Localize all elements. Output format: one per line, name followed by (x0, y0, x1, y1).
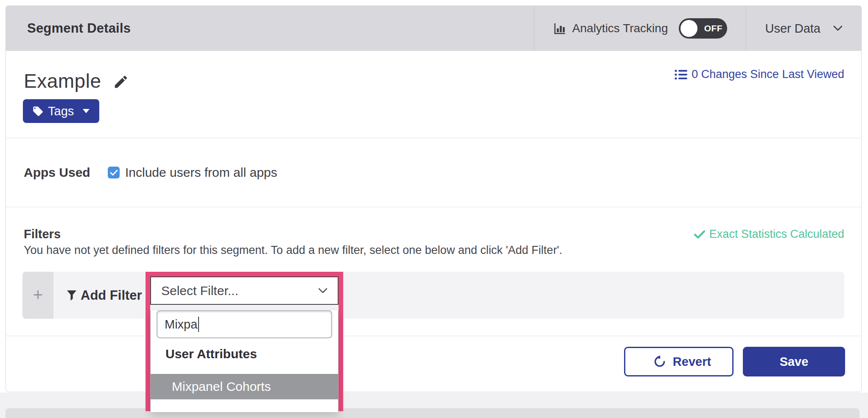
list-icon (675, 69, 687, 80)
dropdown-option-mixpanel-cohorts[interactable]: Mixpanel Cohorts (151, 374, 338, 399)
undo-icon (653, 355, 666, 368)
save-button[interactable]: Save (743, 347, 845, 376)
revert-button-label: Revert (673, 355, 711, 369)
include-all-apps-label: Include users from all apps (125, 165, 277, 180)
add-filter-plus-button[interactable]: + (22, 272, 53, 319)
toggle-state-label: OFF (701, 18, 725, 39)
changes-link-label: 0 Changes Since Last Viewed (692, 68, 844, 81)
filter-dropdown-panel: Mixpa User Attributes Mixpanel Cohorts (150, 310, 339, 412)
segment-details-page: Segment Details Analytics Tracking (0, 0, 868, 418)
filters-section-label: Filters (24, 227, 61, 241)
dropdown-group-header: User Attributes (151, 347, 338, 361)
segment-name: Example (24, 70, 101, 92)
revert-button[interactable]: Revert (624, 347, 734, 376)
annotation-highlight-box: Select Filter... Mixpa User Attributes M… (146, 272, 343, 411)
next-section-header-edge (6, 408, 860, 418)
section-divider (6, 138, 861, 138)
filter-select[interactable]: Select Filter... (150, 276, 339, 305)
add-filter-label: Add Filter (81, 288, 142, 303)
filters-empty-message: You have not yet defined filters for thi… (24, 244, 563, 257)
filter-funnel-icon (67, 290, 77, 301)
analytics-tracking-label: Analytics Tracking (572, 22, 668, 35)
chevron-down-icon (833, 25, 843, 31)
user-data-menu[interactable]: User Data (746, 6, 861, 51)
apps-used-row: Apps Used Include users from all apps (24, 165, 277, 180)
text-cursor (198, 317, 199, 332)
page-title: Segment Details (27, 21, 131, 36)
edit-pencil-icon[interactable] (113, 74, 129, 90)
exact-statistics-status: Exact Statistics Calculated (694, 228, 844, 241)
changes-since-last-viewed-link[interactable]: 0 Changes Since Last Viewed (675, 68, 844, 81)
chevron-down-icon (318, 288, 328, 293)
tags-button[interactable]: Tags (23, 99, 99, 123)
check-icon (694, 230, 705, 239)
save-button-label: Save (780, 355, 809, 369)
plus-icon: + (33, 286, 43, 303)
tag-icon (32, 106, 44, 117)
toggle-knob (680, 20, 697, 37)
filters-heading-row: Filters Exact Statistics Calculated (24, 227, 844, 241)
apps-used-label: Apps Used (24, 165, 108, 180)
include-all-apps-checkbox[interactable] (108, 167, 120, 178)
filter-search-input[interactable]: Mixpa (157, 310, 332, 338)
analytics-tracking-toggle[interactable]: OFF (679, 18, 727, 39)
exact-statistics-label: Exact Statistics Calculated (709, 228, 844, 241)
footer-actions: Revert Save (624, 347, 845, 376)
header-right-group: Analytics Tracking OFF User Data (534, 6, 861, 51)
tags-button-label: Tags (48, 104, 74, 118)
filter-search-value: Mixpa (165, 318, 197, 332)
user-data-label: User Data (765, 22, 820, 36)
section-divider (6, 207, 861, 207)
segment-name-row: Example (24, 70, 129, 92)
analytics-tracking-section: Analytics Tracking OFF (534, 6, 746, 51)
caret-down-icon (82, 109, 90, 114)
bar-chart-icon (553, 22, 566, 35)
segment-details-card: Segment Details Analytics Tracking (6, 6, 862, 392)
card-header: Segment Details Analytics Tracking (6, 6, 861, 51)
section-divider (6, 336, 861, 336)
filter-select-value: Select Filter... (161, 284, 238, 298)
